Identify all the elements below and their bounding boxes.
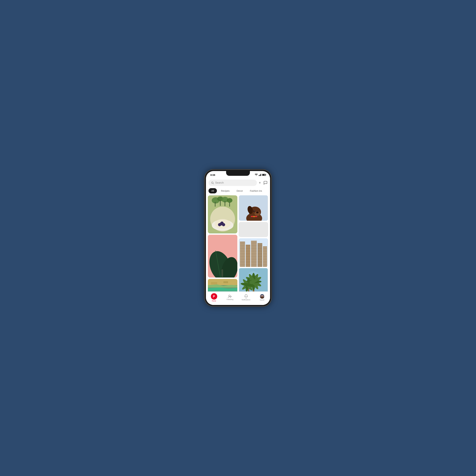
- svg-rect-56: [263, 246, 267, 267]
- nav-item-home[interactable]: P Home: [206, 293, 222, 302]
- svg-point-41: [253, 216, 255, 217]
- pin-card-plant[interactable]: [208, 235, 237, 277]
- svg-point-15: [227, 198, 232, 203]
- pinterest-logo: P: [211, 293, 217, 300]
- svg-point-37: [256, 211, 259, 213]
- svg-point-11: [222, 223, 223, 224]
- svg-line-1: [213, 183, 214, 184]
- battery-icon: [262, 174, 266, 176]
- tab-all[interactable]: All: [208, 188, 217, 193]
- svg-rect-52: [240, 241, 245, 267]
- notch: [226, 171, 250, 176]
- signal-icon: [259, 174, 261, 176]
- pin-image-food: [208, 195, 237, 233]
- search-input-container[interactable]: Search: [208, 180, 257, 186]
- svg-point-77: [261, 296, 263, 298]
- add-icon[interactable]: +: [259, 181, 261, 185]
- nav-item-following[interactable]: Following: [222, 295, 238, 300]
- pin-card-aerial[interactable]: [208, 279, 237, 291]
- search-actions: +: [259, 181, 268, 185]
- svg-point-10: [220, 223, 222, 224]
- nav-label-saved: Saved: [260, 299, 264, 301]
- svg-rect-53: [246, 245, 250, 267]
- pin-card-dog[interactable]: [239, 195, 268, 221]
- pin-card-placeholder[interactable]: [239, 222, 268, 237]
- svg-point-39: [254, 211, 255, 211]
- svg-point-7: [220, 222, 221, 223]
- svg-rect-16: [215, 202, 216, 206]
- nav-label-following: Following: [227, 299, 233, 300]
- following-icon: [228, 295, 232, 298]
- svg-rect-19: [229, 202, 230, 206]
- svg-point-4: [212, 220, 233, 231]
- user-avatar: [260, 294, 264, 299]
- tab-recipes[interactable]: Recipes: [218, 188, 232, 193]
- search-placeholder: Search: [215, 181, 224, 184]
- battery-fill: [263, 174, 265, 175]
- svg-point-9: [223, 222, 224, 223]
- search-bar-row: Search +: [206, 178, 270, 187]
- svg-rect-31: [223, 281, 228, 283]
- message-icon[interactable]: [263, 181, 268, 185]
- tab-decor[interactable]: Decor: [234, 188, 246, 193]
- svg-point-8: [221, 221, 223, 223]
- svg-rect-17: [220, 200, 221, 206]
- wifi-icon: [255, 174, 258, 176]
- pin-card-food[interactable]: [208, 195, 237, 233]
- nav-label-home: Home: [212, 300, 216, 302]
- svg-rect-18: [225, 201, 225, 206]
- pin-card-palms[interactable]: [239, 268, 268, 291]
- search-icon: [211, 181, 214, 184]
- masonry-grid: [206, 195, 270, 291]
- phone-wrapper: 8:08: [205, 170, 271, 306]
- nav-item-saved[interactable]: Saved: [254, 294, 270, 301]
- status-icons: [255, 174, 266, 176]
- svg-point-72: [229, 295, 230, 297]
- svg-rect-24: [221, 269, 223, 277]
- svg-point-6: [216, 221, 227, 225]
- pin-card-buildings[interactable]: [239, 238, 268, 267]
- nav-label-notifications: Notifications: [242, 299, 250, 301]
- svg-rect-55: [257, 243, 262, 267]
- nav-item-notifications[interactable]: Notifications: [238, 294, 254, 301]
- phone-screen: 8:08: [206, 171, 270, 305]
- svg-point-75: [260, 294, 264, 297]
- svg-rect-54: [251, 241, 257, 267]
- app-content: Search + All Recipes Decor Fashion ins: [206, 178, 270, 305]
- svg-point-5: [216, 222, 228, 227]
- notifications-icon: [244, 294, 248, 298]
- bottom-nav: P Home Following: [206, 291, 270, 305]
- masonry-col-left: [208, 195, 237, 291]
- svg-rect-30: [211, 282, 217, 285]
- phone-frame: 8:08: [205, 170, 271, 306]
- category-tabs: All Recipes Decor Fashion ins: [206, 187, 270, 195]
- status-time: 8:08: [210, 174, 215, 176]
- tab-fashion[interactable]: Fashion ins: [247, 188, 265, 193]
- masonry-col-right: [239, 195, 268, 291]
